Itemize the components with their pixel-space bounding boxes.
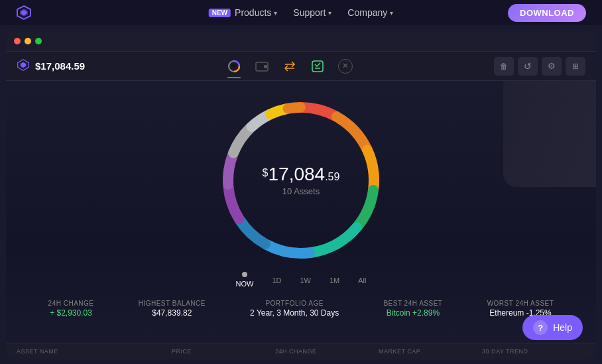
stat-highest-balance-label: Highest Balance	[139, 300, 206, 307]
nav-logo	[16, 5, 32, 21]
nav-item-products[interactable]: NEW Products ▾	[204, 5, 283, 21]
trash-icon: 🗑	[500, 62, 508, 71]
wallet-icon	[255, 59, 269, 74]
table-col-asset: ASSET NAME	[17, 348, 172, 355]
table-col-trend: 30 DAY TREND	[482, 348, 585, 355]
toolbar-balance: $17,084.59	[35, 60, 85, 72]
nav-products-label: Products	[235, 7, 271, 18]
main-content: $17,084.59 10 Assets NOW 1D 1W 1M All 24…	[6, 81, 596, 359]
time-now-group: NOW	[233, 272, 257, 289]
tab-earn[interactable]	[305, 56, 330, 77]
tab-portfolio[interactable]	[221, 56, 247, 77]
toolbar-exodus-icon	[17, 58, 30, 72]
exodus-logo-icon	[16, 5, 32, 21]
window-maximize-dot[interactable]	[35, 38, 42, 44]
chart-center: $17,084.59 10 Assets	[263, 165, 340, 196]
stat-highest-balance-value: $47,839.82	[139, 308, 206, 318]
stat-highest-balance: Highest Balance $47,839.82	[139, 300, 206, 318]
company-chevron-icon: ▾	[390, 9, 393, 17]
svg-rect-8	[264, 65, 267, 68]
grid-icon: ⊞	[572, 62, 579, 71]
exchange-icon	[282, 59, 297, 74]
toolbar-actions: 🗑 ↺ ⚙ ⊞	[494, 57, 585, 76]
svg-point-6	[232, 64, 236, 68]
portfolio-icon	[227, 59, 241, 74]
stat-portfolio-age-label: Portfolio Age	[250, 300, 339, 307]
grid-button[interactable]: ⊞	[566, 57, 585, 76]
stat-portfolio-age-value: 2 Year, 3 Month, 30 Days	[250, 308, 339, 318]
stat-24h-change-value: + $2,930.03	[48, 308, 94, 318]
refresh-icon: ↺	[524, 61, 532, 72]
app-window: $17,084.59	[6, 30, 596, 359]
nav-company-label: Company	[347, 7, 387, 18]
table-col-marketcap: MARKET CAP	[379, 348, 482, 355]
earn-icon	[310, 59, 325, 74]
window-minimize-dot[interactable]	[25, 38, 31, 44]
download-button[interactable]: DOWNLOAD	[508, 4, 586, 22]
x-circle: ✕	[338, 59, 353, 74]
stat-portfolio-age: Portfolio Age 2 Year, 3 Month, 30 Days	[250, 300, 339, 318]
stat-best-24h-label: Best 24H Asset	[383, 300, 442, 307]
refresh-button[interactable]: ↺	[518, 57, 538, 76]
nav-item-company[interactable]: Company ▾	[342, 5, 398, 21]
stat-24h-change: 24h Change + $2,930.03	[48, 300, 94, 318]
x-label: ✕	[342, 62, 348, 70]
time-dot-now	[242, 272, 247, 277]
settings-button[interactable]: ⚙	[542, 57, 562, 76]
time-btn-now[interactable]: NOW	[233, 278, 257, 289]
tab-x[interactable]: ✕	[333, 56, 358, 77]
table-col-24h: 24H CHANGE	[275, 348, 379, 355]
window-titlebar	[6, 30, 596, 52]
stat-best-24h: Best 24H Asset Bitcoin +2.89%	[383, 300, 442, 318]
stat-worst-24h-label: Worst 24H Asset	[487, 300, 554, 307]
tab-exchange[interactable]	[277, 56, 302, 77]
toolbar-tabs: ✕	[221, 56, 358, 77]
chart-main: 17,084	[269, 164, 326, 184]
products-chevron-icon: ▾	[274, 9, 277, 17]
time-controls: NOW 1D 1W 1M All	[233, 272, 369, 289]
help-button[interactable]: ? Help	[522, 315, 583, 340]
stat-best-24h-value: Bitcoin +2.89%	[383, 308, 442, 318]
tab-wallet[interactable]	[249, 56, 274, 77]
settings-icon: ⚙	[548, 61, 556, 71]
support-chevron-icon: ▾	[328, 9, 331, 17]
trash-button[interactable]: 🗑	[494, 57, 514, 76]
toolbar-logo	[17, 58, 30, 74]
chart-assets-label: 10 Assets	[263, 186, 340, 196]
toolbar: $17,084.59	[6, 52, 596, 81]
chart-cents: .59	[325, 171, 339, 182]
nav-links: NEW Products ▾ Support ▾ Company ▾	[204, 5, 399, 21]
window-close-dot[interactable]	[14, 38, 21, 44]
table-col-price: PRICE	[172, 348, 275, 355]
stat-24h-change-label: 24h Change	[48, 300, 94, 307]
table-header: ASSET NAME PRICE 24H CHANGE MARKET CAP 3…	[6, 343, 596, 359]
navbar: NEW Products ▾ Support ▾ Company ▾ DOWNL…	[0, 0, 602, 25]
nav-item-support[interactable]: Support ▾	[288, 5, 337, 21]
time-btn-1d[interactable]: 1D	[269, 275, 284, 286]
chart-dollar: $	[263, 168, 269, 178]
time-btn-all[interactable]: All	[355, 275, 369, 286]
chart-container: $17,084.59 10 Assets	[215, 94, 387, 267]
time-btn-1m[interactable]: 1M	[327, 275, 342, 286]
toolbar-left: $17,084.59	[17, 58, 85, 74]
nav-support-label: Support	[293, 7, 326, 18]
new-badge: NEW	[209, 9, 231, 17]
help-icon: ?	[533, 320, 548, 335]
chart-value: $17,084.59	[263, 165, 340, 184]
svg-marker-4	[21, 62, 26, 67]
time-btn-1w[interactable]: 1W	[297, 275, 314, 286]
stats-row: 24h Change + $2,930.03 Highest Balance $…	[6, 292, 596, 318]
bg-texture	[503, 81, 596, 187]
help-label: Help	[553, 322, 572, 333]
